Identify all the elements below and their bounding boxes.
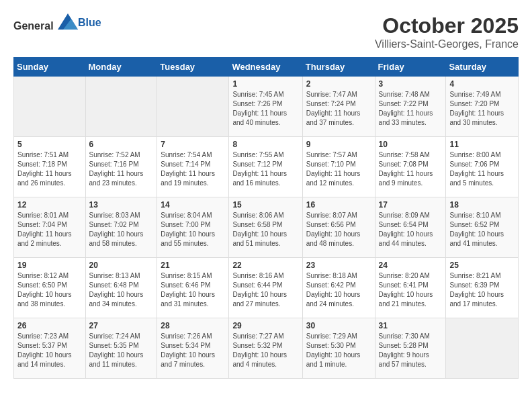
cell-content: Sunrise: 7:57 AM Sunset: 7:10 PM Dayligh… bbox=[306, 150, 371, 188]
cell-content: Sunrise: 7:58 AM Sunset: 7:08 PM Dayligh… bbox=[379, 150, 443, 188]
day-number: 26 bbox=[17, 321, 82, 330]
cell-content: Sunrise: 8:07 AM Sunset: 6:56 PM Dayligh… bbox=[306, 211, 371, 248]
calendar-cell-w4-d2: 21Sunrise: 8:15 AM Sunset: 6:46 PM Dayli… bbox=[157, 258, 229, 318]
calendar-table: Sunday Monday Tuesday Wednesday Thursday… bbox=[13, 57, 519, 379]
header-sunday: Sunday bbox=[14, 58, 86, 77]
week-row-1: 1Sunrise: 7:45 AM Sunset: 7:26 PM Daylig… bbox=[14, 77, 519, 137]
calendar-cell-w2-d5: 10Sunrise: 7:58 AM Sunset: 7:08 PM Dayli… bbox=[375, 137, 446, 197]
cell-content: Sunrise: 7:54 AM Sunset: 7:14 PM Dayligh… bbox=[161, 150, 225, 188]
location-title: Villiers-Saint-Georges, France bbox=[375, 38, 519, 50]
day-number: 10 bbox=[379, 140, 443, 149]
calendar-cell-w5-d6 bbox=[446, 318, 519, 379]
day-number: 28 bbox=[161, 321, 225, 330]
cell-content: Sunrise: 7:55 AM Sunset: 7:12 PM Dayligh… bbox=[232, 150, 298, 188]
calendar-cell-w4-d4: 23Sunrise: 8:18 AM Sunset: 6:42 PM Dayli… bbox=[302, 258, 375, 318]
calendar-cell-w2-d1: 6Sunrise: 7:52 AM Sunset: 7:16 PM Daylig… bbox=[85, 137, 157, 197]
calendar-cell-w1-d2 bbox=[157, 77, 229, 137]
day-number: 19 bbox=[17, 261, 82, 270]
day-number: 20 bbox=[89, 261, 154, 270]
cell-content: Sunrise: 7:29 AM Sunset: 5:30 PM Dayligh… bbox=[306, 332, 371, 369]
day-number: 3 bbox=[379, 79, 443, 89]
calendar-cell-w4-d3: 22Sunrise: 8:16 AM Sunset: 6:44 PM Dayli… bbox=[229, 258, 302, 318]
day-number: 4 bbox=[449, 79, 515, 89]
week-row-5: 26Sunrise: 7:23 AM Sunset: 5:37 PM Dayli… bbox=[14, 318, 519, 379]
cell-content: Sunrise: 8:18 AM Sunset: 6:42 PM Dayligh… bbox=[306, 271, 371, 309]
day-number: 24 bbox=[379, 261, 443, 270]
header-friday: Friday bbox=[375, 58, 446, 77]
day-number: 29 bbox=[232, 321, 298, 330]
calendar-cell-w2-d6: 11Sunrise: 8:00 AM Sunset: 7:06 PM Dayli… bbox=[446, 137, 519, 197]
day-number: 8 bbox=[232, 140, 298, 149]
cell-content: Sunrise: 7:27 AM Sunset: 5:32 PM Dayligh… bbox=[232, 332, 298, 369]
day-number: 9 bbox=[306, 140, 371, 149]
cell-content: Sunrise: 8:12 AM Sunset: 6:50 PM Dayligh… bbox=[17, 271, 82, 309]
cell-content: Sunrise: 7:49 AM Sunset: 7:20 PM Dayligh… bbox=[449, 90, 515, 128]
day-number: 13 bbox=[89, 200, 154, 210]
cell-content: Sunrise: 8:20 AM Sunset: 6:41 PM Dayligh… bbox=[379, 271, 443, 309]
day-number: 27 bbox=[89, 321, 154, 330]
cell-content: Sunrise: 7:45 AM Sunset: 7:26 PM Dayligh… bbox=[232, 90, 298, 128]
day-number: 21 bbox=[161, 261, 225, 270]
page-header: General Blue October 2025 Villiers-Saint… bbox=[13, 13, 519, 50]
cell-content: Sunrise: 7:30 AM Sunset: 5:28 PM Dayligh… bbox=[379, 332, 443, 369]
month-title: October 2025 bbox=[375, 13, 519, 38]
calendar-cell-w5-d0: 26Sunrise: 7:23 AM Sunset: 5:37 PM Dayli… bbox=[14, 318, 86, 379]
header-thursday: Thursday bbox=[302, 58, 375, 77]
cell-content: Sunrise: 7:23 AM Sunset: 5:37 PM Dayligh… bbox=[17, 332, 82, 369]
calendar-cell-w3-d4: 16Sunrise: 8:07 AM Sunset: 6:56 PM Dayli… bbox=[302, 197, 375, 258]
day-number: 11 bbox=[449, 140, 515, 149]
calendar-cell-w5-d2: 28Sunrise: 7:26 AM Sunset: 5:34 PM Dayli… bbox=[157, 318, 229, 379]
calendar-cell-w5-d1: 27Sunrise: 7:24 AM Sunset: 5:35 PM Dayli… bbox=[85, 318, 157, 379]
cell-content: Sunrise: 7:26 AM Sunset: 5:34 PM Dayligh… bbox=[161, 332, 225, 369]
calendar-cell-w3-d3: 15Sunrise: 8:06 AM Sunset: 6:58 PM Dayli… bbox=[229, 197, 302, 258]
day-number: 12 bbox=[17, 200, 82, 210]
calendar-cell-w1-d0 bbox=[14, 77, 86, 137]
calendar-cell-w3-d2: 14Sunrise: 8:04 AM Sunset: 7:00 PM Dayli… bbox=[157, 197, 229, 258]
cell-content: Sunrise: 7:24 AM Sunset: 5:35 PM Dayligh… bbox=[89, 332, 154, 369]
calendar-cell-w4-d6: 25Sunrise: 8:21 AM Sunset: 6:39 PM Dayli… bbox=[446, 258, 519, 318]
cell-content: Sunrise: 8:09 AM Sunset: 6:54 PM Dayligh… bbox=[379, 211, 443, 248]
week-row-4: 19Sunrise: 8:12 AM Sunset: 6:50 PM Dayli… bbox=[14, 258, 519, 318]
calendar-cell-w2-d2: 7Sunrise: 7:54 AM Sunset: 7:14 PM Daylig… bbox=[157, 137, 229, 197]
calendar-cell-w4-d5: 24Sunrise: 8:20 AM Sunset: 6:41 PM Dayli… bbox=[375, 258, 446, 318]
day-number: 30 bbox=[306, 321, 371, 330]
calendar-cell-w2-d0: 5Sunrise: 7:51 AM Sunset: 7:18 PM Daylig… bbox=[14, 137, 86, 197]
calendar-cell-w1-d5: 3Sunrise: 7:48 AM Sunset: 7:22 PM Daylig… bbox=[375, 77, 446, 137]
calendar-cell-w3-d0: 12Sunrise: 8:01 AM Sunset: 7:04 PM Dayli… bbox=[14, 197, 86, 258]
cell-content: Sunrise: 7:51 AM Sunset: 7:18 PM Dayligh… bbox=[17, 150, 82, 188]
calendar-cell-w2-d4: 9Sunrise: 7:57 AM Sunset: 7:10 PM Daylig… bbox=[302, 137, 375, 197]
cell-content: Sunrise: 8:06 AM Sunset: 6:58 PM Dayligh… bbox=[232, 211, 298, 248]
calendar-cell-w2-d3: 8Sunrise: 7:55 AM Sunset: 7:12 PM Daylig… bbox=[229, 137, 302, 197]
cell-content: Sunrise: 7:47 AM Sunset: 7:24 PM Dayligh… bbox=[306, 90, 371, 128]
cell-content: Sunrise: 8:21 AM Sunset: 6:39 PM Dayligh… bbox=[449, 271, 515, 309]
week-row-2: 5Sunrise: 7:51 AM Sunset: 7:18 PM Daylig… bbox=[14, 137, 519, 197]
logo-blue-text: Blue bbox=[78, 17, 101, 28]
calendar-cell-w1-d1 bbox=[85, 77, 157, 137]
calendar-cell-w3-d5: 17Sunrise: 8:09 AM Sunset: 6:54 PM Dayli… bbox=[375, 197, 446, 258]
day-number: 1 bbox=[232, 79, 298, 89]
day-number: 17 bbox=[379, 200, 443, 210]
day-number: 6 bbox=[89, 140, 154, 149]
day-number: 31 bbox=[379, 321, 443, 330]
calendar-cell-w5-d3: 29Sunrise: 7:27 AM Sunset: 5:32 PM Dayli… bbox=[229, 318, 302, 379]
day-number: 18 bbox=[449, 200, 515, 210]
calendar-cell-w3-d1: 13Sunrise: 8:03 AM Sunset: 7:02 PM Dayli… bbox=[85, 197, 157, 258]
header-wednesday: Wednesday bbox=[229, 58, 302, 77]
calendar-cell-w1-d6: 4Sunrise: 7:49 AM Sunset: 7:20 PM Daylig… bbox=[446, 77, 519, 137]
cell-content: Sunrise: 8:10 AM Sunset: 6:52 PM Dayligh… bbox=[449, 211, 515, 248]
header-saturday: Saturday bbox=[446, 58, 519, 77]
cell-content: Sunrise: 8:15 AM Sunset: 6:46 PM Dayligh… bbox=[161, 271, 225, 309]
header-tuesday: Tuesday bbox=[157, 58, 229, 77]
logo-general-text: General bbox=[13, 20, 54, 32]
title-section: October 2025 Villiers-Saint-Georges, Fra… bbox=[375, 13, 519, 50]
day-number: 5 bbox=[17, 140, 82, 149]
cell-content: Sunrise: 8:01 AM Sunset: 7:04 PM Dayligh… bbox=[17, 211, 82, 248]
day-number: 22 bbox=[232, 261, 298, 270]
day-number: 2 bbox=[306, 79, 371, 89]
day-number: 15 bbox=[232, 200, 298, 210]
calendar-cell-w3-d6: 18Sunrise: 8:10 AM Sunset: 6:52 PM Dayli… bbox=[446, 197, 519, 258]
cell-content: Sunrise: 7:48 AM Sunset: 7:22 PM Dayligh… bbox=[379, 90, 443, 128]
header-monday: Monday bbox=[85, 58, 157, 77]
day-number: 16 bbox=[306, 200, 371, 210]
calendar-cell-w4-d0: 19Sunrise: 8:12 AM Sunset: 6:50 PM Dayli… bbox=[14, 258, 86, 318]
